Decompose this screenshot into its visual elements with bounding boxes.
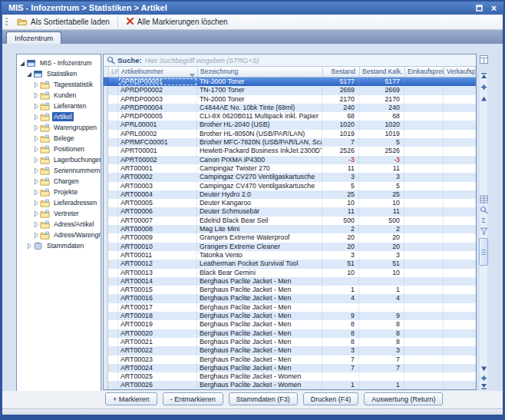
table-row[interactable]: APRDP00005 CLI-8X 0620B011 Multipack ink… (104, 112, 476, 121)
chevron-right-icon[interactable] (33, 92, 40, 99)
tree-item-kunden[interactable]: Kunden (17, 90, 101, 101)
tree-item-adress-artikel[interactable]: Adress/Artikel (17, 219, 101, 230)
header-verkaufspreis[interactable]: Verkaufspreis (444, 67, 476, 77)
table-row[interactable]: ART00002 Campingaz CV270 Ventilgaskartus… (104, 173, 476, 181)
table-row[interactable]: ART00015 Berghaus Paclite Jacket - Men 1… (104, 286, 476, 294)
chevron-right-icon[interactable] (33, 124, 40, 131)
table-row[interactable]: ART00016 Berghaus Paclite Jacket - Men 4… (104, 294, 476, 303)
table-row[interactable]: APRMFC00001 Brother MFC-7820N (USB/PAR/L… (104, 138, 476, 147)
table-row[interactable]: ART00021 Berghaus Paclite Jacket - Men 8… (104, 338, 476, 346)
table-row[interactable]: ART00001 Campingaz Twister 270 11 11 (104, 164, 476, 173)
tree-item-chargen[interactable]: Chargen (17, 176, 101, 187)
chevron-right-icon[interactable] (26, 243, 33, 250)
table-row[interactable]: APRDP00001 TN-2000 Toner 5177 5177 (104, 78, 476, 86)
tree-item-artikel[interactable]: Artikel (17, 111, 101, 122)
chevron-right-icon[interactable] (33, 157, 40, 164)
markieren-button[interactable]: + Markieren (105, 392, 157, 405)
table-row[interactable]: ART00026 Berghaus Paclite Jacket - Women… (104, 381, 476, 389)
table-row[interactable]: ART00019 Berghaus Paclite Jacket - Men 8… (104, 320, 476, 329)
table-row[interactable]: ART00020 Berghaus Paclite Jacket - Men 8… (104, 329, 476, 338)
stammdaten-button[interactable]: Stammdaten (F3) (229, 392, 298, 405)
chevron-right-icon[interactable] (33, 221, 40, 228)
scroll-to-bottom-button[interactable] (479, 382, 488, 391)
table-row[interactable]: ART00004 Deuter Hydro 2.0 25 25 (104, 190, 476, 199)
table-row[interactable]: ART00009 Grangers Extreme Waterproof 20 … (104, 233, 476, 242)
table-row[interactable]: ART00006 Deuter Schmusebär 11 11 (104, 207, 476, 216)
close-button[interactable]: × (488, 2, 500, 14)
chevron-right-icon[interactable] (33, 146, 40, 153)
table-row[interactable]: ART00010 Grangers Extreme Cleaner 20 20 (104, 243, 476, 251)
load-sort-table-button[interactable]: Als Sortiertabelle laden (12, 15, 115, 29)
chevron-right-icon[interactable] (33, 103, 40, 110)
table-row[interactable]: ART00008 Mag Lite Mini 2 2 (104, 225, 476, 233)
entmarkieren-button[interactable]: - Entmarkieren (163, 392, 223, 405)
tree-item-mis-infozentrum[interactable]: MIS - Infozentrum (17, 58, 101, 68)
table-row[interactable]: APRDP00004 C4844AE No. 10bk Tinte (69ml)… (104, 104, 476, 112)
scroll-up-button[interactable] (479, 94, 488, 103)
table-row[interactable]: ART00025 Berghaus Paclite Jacket - Women (104, 372, 476, 381)
table-row[interactable]: ART00007 Edelrid Black Bear Seil 500 500 (104, 217, 476, 225)
column-chooser-button[interactable] (479, 55, 488, 64)
header-bestand[interactable]: Bestand (323, 67, 360, 77)
chevron-right-icon[interactable] (33, 114, 40, 121)
table-row[interactable]: APRL00001 Brother HL-2040 (USB) 1020 102… (104, 121, 476, 129)
chevron-right-icon[interactable] (33, 232, 40, 239)
table-row[interactable]: ART00022 Berghaus Paclite Jacket - Men 3… (104, 346, 476, 355)
chevron-right-icon[interactable] (33, 167, 40, 174)
tree-item-adress-warengruppen[interactable]: Adress/Warengruppen (17, 230, 101, 240)
chevron-right-icon[interactable] (33, 210, 40, 217)
tree-item-seriennummern[interactable]: Seriennummern (17, 165, 101, 176)
tree-item-warengruppen[interactable]: Warengruppen (17, 122, 101, 133)
chevron-right-icon[interactable] (33, 81, 40, 88)
chevron-expanded-icon[interactable] (26, 71, 33, 78)
view-grid-button[interactable] (479, 194, 488, 203)
table-row[interactable]: ART00012 Leatherman Pocket Survival Tool… (104, 260, 476, 268)
chevron-expanded-icon[interactable] (19, 60, 26, 67)
tab-infozentrum[interactable]: Infozentrum (6, 31, 61, 44)
table-row[interactable]: ART00024 Berghaus Paclite Jacket - Men 7… (104, 364, 476, 372)
chevron-right-icon[interactable] (33, 200, 40, 207)
grid-search-field[interactable]: Suche: Hier Suchbegriff eingeben (STRG+S… (104, 55, 476, 67)
tree-item-lieferanten[interactable]: Lieferanten (17, 101, 101, 111)
table-row[interactable]: APRT00002 Canon PIXMA iP4300 -3 -3 (104, 156, 476, 164)
drucken-button[interactable]: Drucken (F4) (303, 392, 359, 405)
tree-item-vertreter[interactable]: Vertreter (17, 208, 101, 219)
header-lp[interactable]: LP (109, 67, 119, 77)
restore-button[interactable] (474, 2, 485, 14)
table-row[interactable]: ART00014 Berghaus Paclite Jacket - Men (104, 277, 476, 286)
tree-item-statistiken[interactable]: Statistiken (17, 68, 101, 79)
auswertung-button[interactable]: Auswertung (Return) (364, 392, 443, 405)
tree-item-belege[interactable]: Belege (17, 133, 101, 144)
table-row[interactable]: ART00017 Berghaus Paclite Jacket - Men (104, 303, 476, 312)
table-row[interactable]: APRDP00003 TN-2000 Toner 2170 2170 (104, 95, 476, 104)
scroll-to-top-button[interactable] (479, 71, 488, 80)
clear-marks-button[interactable]: Alle Markierungen löschen (120, 15, 233, 29)
table-row[interactable]: ART00011 Tatonka Vento 3 3 (104, 251, 476, 260)
table-row[interactable]: APRDP00002 TN-1700 Toner 2669 2669 (104, 86, 476, 94)
chevron-right-icon[interactable] (33, 135, 40, 142)
header-artikelnummer[interactable]: Artikelnummer (119, 67, 198, 77)
table-row[interactable]: ART00005 Deuter Kangaroo 10 10 (104, 199, 476, 207)
tree-item-stammdaten[interactable]: Stammdaten (17, 240, 101, 251)
tree-item-positionen[interactable]: Positionen (17, 144, 101, 154)
table-row[interactable]: ART00018 Berghaus Paclite Jacket - Men 9… (104, 312, 476, 320)
filter-button[interactable] (479, 227, 488, 236)
chevron-right-icon[interactable] (33, 178, 40, 185)
sum-button[interactable]: Σ (479, 216, 488, 225)
table-row[interactable]: ART00003 Campingaz CV470 Ventilgaskartus… (104, 182, 476, 190)
tree-item-projekte[interactable]: Projekte (17, 187, 101, 197)
table-row[interactable]: ART00013 Black Bear Gemini 10 10 (104, 269, 476, 277)
scrollbar-thumb[interactable] (479, 238, 488, 266)
tree-item-lieferadressen[interactable]: Lieferadressen (17, 197, 101, 208)
header-bezeichnung[interactable]: Bezeichnung (198, 67, 323, 77)
zoom-search-button[interactable] (479, 205, 488, 214)
header-bestand-kalk[interactable]: Bestand Kalk. (360, 67, 405, 77)
tree-item-lagerbuchungen[interactable]: Lagerbuchungen (17, 154, 101, 165)
scroll-down-button[interactable] (479, 364, 488, 373)
table-row[interactable]: APRT00001 Hewlett-Packard Business InkJe… (104, 147, 476, 155)
chevron-right-icon[interactable] (33, 189, 40, 196)
scroll-marker-up-button[interactable] (479, 82, 488, 91)
table-row[interactable]: ART00023 Berghaus Paclite Jacket - Men 7… (104, 356, 476, 364)
toolbar-grip[interactable] (5, 18, 8, 27)
header-einkaufspreis[interactable]: Einkaufspreis (405, 67, 444, 77)
